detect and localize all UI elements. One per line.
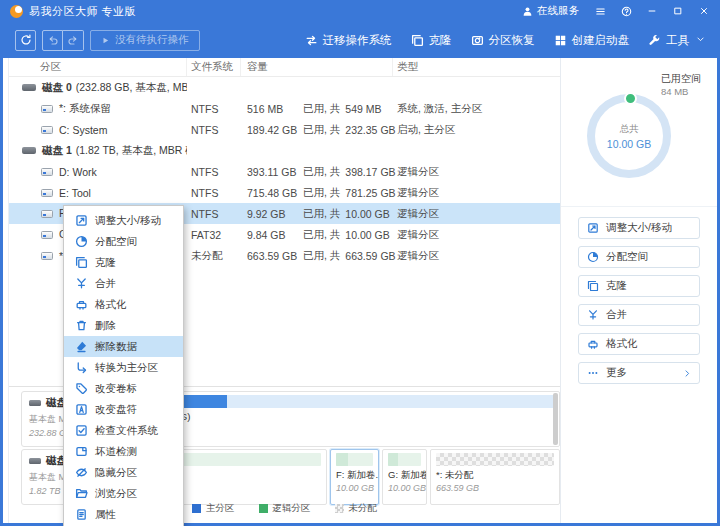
toolbar-action-label: 工具 — [666, 33, 689, 48]
filesystem-cell: 未分配 — [187, 249, 241, 263]
column-header-type[interactable]: 类型 — [393, 58, 560, 76]
context-menu-item[interactable]: 转换为主分区 — [64, 357, 183, 378]
allocate-space-icon — [587, 251, 599, 263]
sidebar-action-button[interactable]: 分配空间 — [578, 246, 700, 268]
close-button[interactable] — [691, 0, 717, 22]
chevron-right-icon — [683, 369, 692, 378]
table-row-disk[interactable]: 磁盘 1(1.82 TB, 基本盘, MBR 磁盘) — [9, 140, 560, 161]
boot-disk-icon — [554, 34, 567, 47]
toolbar-action[interactable]: 工具 — [648, 33, 705, 48]
diskmap-scrollbar-thumb[interactable] — [553, 393, 558, 445]
partition-icon — [41, 105, 53, 113]
more-icon — [587, 367, 599, 379]
context-menu-item[interactable]: 检查文件系统 — [64, 420, 183, 441]
online-service-button[interactable]: 在线服务 — [514, 0, 587, 22]
minimize-button[interactable] — [639, 0, 665, 22]
context-menu-item[interactable]: 属性 — [64, 504, 183, 525]
clone-icon — [587, 280, 599, 292]
context-menu-item-label: 格式化 — [95, 298, 127, 312]
table-row-disk[interactable]: 磁盘 0(232.88 GB, 基本盘, MBR 磁盘) — [9, 77, 560, 98]
disk-map-partition-card[interactable]: F: 新加卷...10.00 GB — [330, 449, 379, 505]
redo-button[interactable] — [63, 30, 84, 51]
toolbar-action[interactable]: 克隆 — [411, 33, 452, 48]
context-menu-item[interactable]: 隐藏分区 — [64, 462, 183, 483]
context-menu-item-label: 坏道检测 — [95, 445, 137, 459]
bad-sector-icon — [75, 445, 88, 458]
titlebar: 易我分区大师 专业版 在线服务 — [3, 0, 717, 22]
toolbar-action-label: 克隆 — [429, 33, 452, 48]
capacity-cell: 516 MB已用, 共549 MB — [241, 102, 393, 116]
legend-item: 逻辑分区 — [259, 502, 311, 515]
partition-size: 10.00 GB — [388, 483, 421, 493]
toolbar-action-label: 创建启动盘 — [572, 33, 630, 48]
type-cell: 逻辑分区 — [393, 207, 560, 221]
usage-panel: 总共 10.00 GB 已用空间 84 MB — [561, 58, 717, 207]
sidebar-action-button[interactable]: 合并 — [578, 304, 700, 326]
wipe-data-icon — [75, 340, 88, 353]
toolbar-action[interactable]: 分区恢复 — [471, 33, 535, 48]
context-menu-item-label: 检查文件系统 — [95, 424, 158, 438]
pending-operations-button[interactable]: 没有待执行操作 — [90, 30, 200, 51]
column-header-filesystem[interactable]: 文件系统 — [187, 58, 241, 76]
type-cell: 逻辑分区 — [393, 228, 560, 242]
context-menu-item-label: 调整大小/移动 — [95, 214, 161, 228]
context-menu-item[interactable]: 坏道检测 — [64, 441, 183, 462]
maximize-button[interactable] — [665, 0, 691, 22]
partition-icon — [41, 189, 53, 197]
table-row-partition[interactable]: D: WorkNTFS393.11 GB已用, 共398.17 GB逻辑分区 — [9, 161, 560, 182]
toolbar-action[interactable]: 迁移操作系统 — [305, 33, 392, 48]
list-icon — [595, 6, 606, 17]
used-space-value: 84 MB — [661, 86, 688, 97]
toolbar-action[interactable]: 创建启动盘 — [554, 33, 630, 48]
sidebar-action-button[interactable]: 更多 — [578, 362, 700, 384]
merge-icon — [75, 277, 88, 290]
help-button[interactable] — [613, 0, 639, 22]
type-cell: 启动, 主分区 — [393, 123, 560, 137]
refresh-button[interactable] — [15, 30, 36, 51]
context-menu-item[interactable]: 改变盘符 — [64, 399, 183, 420]
table-row-partition[interactable]: E: ToolNTFS715.48 GB已用, 共781.25 GB逻辑分区 — [9, 182, 560, 203]
menu-list-button[interactable] — [587, 0, 613, 22]
context-menu-item-label: 转换为主分区 — [95, 361, 158, 375]
context-menu-item[interactable]: 改变卷标 — [64, 378, 183, 399]
capacity-cell: 9.92 GB已用, 共10.00 GB — [241, 207, 393, 221]
partition-icon — [41, 210, 53, 218]
context-menu-item[interactable]: 擦除数据 — [64, 336, 183, 357]
context-menu-item[interactable]: 分配空间 — [64, 231, 183, 252]
context-menu-item[interactable]: 删除 — [64, 315, 183, 336]
legend-swatch — [335, 504, 344, 513]
column-header-partition[interactable]: 分区 — [9, 58, 187, 76]
sidebar-action-label: 调整大小/移动 — [606, 221, 672, 235]
play-icon — [101, 36, 110, 45]
clone-icon — [411, 34, 424, 47]
filesystem-cell: NTFS — [187, 187, 241, 199]
properties-icon — [75, 508, 88, 521]
sidebar-action-button[interactable]: 克隆 — [578, 275, 700, 297]
context-menu-item-label: 合并 — [95, 277, 116, 291]
table-row-partition[interactable]: C: SystemNTFS189.42 GB已用, 共232.35 GB启动, … — [9, 119, 560, 140]
context-menu-item-label: 改变盘符 — [95, 403, 137, 417]
sidebar-action-label: 合并 — [606, 308, 627, 322]
context-menu-item[interactable]: 浏览分区 — [64, 483, 183, 504]
disk-map-partition-card[interactable]: G: 新加卷...10.00 GB — [382, 449, 427, 505]
type-cell: 逻辑分区 — [393, 186, 560, 200]
context-menu-item[interactable]: 格式化 — [64, 294, 183, 315]
undo-button[interactable] — [42, 30, 63, 51]
sidebar-action-button[interactable]: 调整大小/移动 — [578, 217, 700, 239]
redo-icon — [67, 34, 79, 46]
disk-map-partition-card[interactable]: *: 未分配663.59 GB — [430, 449, 560, 505]
sidebar-action-button[interactable]: 格式化 — [578, 333, 700, 355]
total-label: 总共 — [620, 123, 639, 136]
column-header-capacity[interactable]: 容量 — [241, 58, 393, 76]
toolbar: 没有待执行操作 迁移操作系统克隆分区恢复创建启动盘工具 — [3, 22, 717, 58]
capacity-cell: 9.84 GB已用, 共10.00 GB — [241, 228, 393, 242]
hide-partition-icon — [75, 466, 88, 479]
capacity-cell: 715.48 GB已用, 共781.25 GB — [241, 186, 393, 200]
context-menu-item[interactable]: 调整大小/移动 — [64, 210, 183, 231]
close-icon — [699, 6, 709, 16]
context-menu-item[interactable]: 合并 — [64, 273, 183, 294]
context-menu-item[interactable]: 克隆 — [64, 252, 183, 273]
table-row-partition[interactable]: *: 系统保留NTFS516 MB已用, 共549 MB系统, 激活, 主分区 — [9, 98, 560, 119]
partition-name: D: Work — [59, 166, 97, 178]
disk-icon — [22, 84, 36, 91]
